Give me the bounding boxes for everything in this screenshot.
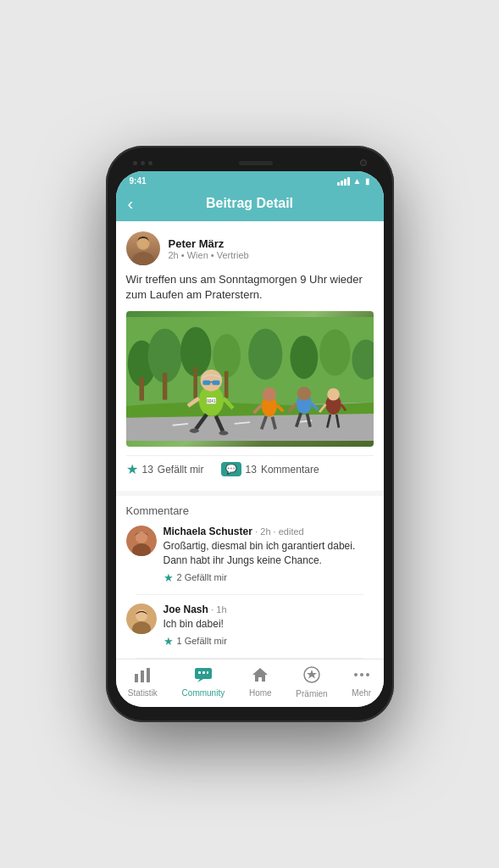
svg-point-39: [297, 387, 310, 401]
post-image: 9241: [126, 311, 374, 447]
nav-label-community: Community: [182, 688, 225, 698]
svg-point-1: [132, 252, 154, 265]
svg-marker-67: [252, 668, 268, 682]
phone-shell: 9:41 ▲ ▮ ‹ Beitrag Detail: [106, 146, 394, 722]
svg-point-31: [219, 431, 228, 436]
comment-star-icon-1: ★: [164, 571, 174, 584]
status-bar: 9:41 ▲ ▮: [116, 171, 384, 189]
divider-1: [136, 594, 363, 595]
svg-point-9: [290, 336, 318, 379]
svg-rect-22: [212, 381, 219, 385]
svg-rect-21: [202, 381, 210, 385]
nav-label-home: Home: [249, 688, 272, 698]
comment-item-1: Michaela Schuster · 2h · edited Großarti…: [126, 526, 374, 584]
svg-rect-66: [207, 671, 208, 674]
comment-item-2: Joe Nash · 1h Ich bin dabei! ★ 1 Gefällt…: [126, 604, 374, 648]
home-icon: [252, 667, 269, 687]
signal-icon: [337, 177, 350, 186]
svg-point-71: [360, 673, 363, 676]
svg-text:9241: 9241: [207, 400, 216, 404]
header-title: Beitrag Detail: [206, 196, 293, 211]
avatar-joe-svg: [126, 604, 157, 634]
svg-rect-60: [141, 670, 144, 682]
status-time: 9:41: [130, 176, 147, 186]
svg-rect-14: [193, 368, 197, 399]
comments-reaction[interactable]: 💬 13 Kommentare: [221, 462, 319, 476]
author-name: Peter März: [169, 237, 249, 250]
svg-marker-63: [197, 679, 203, 682]
dot-3: [148, 161, 152, 165]
author-meta: 2h • Wien • Vertrieb: [169, 250, 249, 260]
avatar-michaela: [126, 526, 157, 556]
comments-section-label: Kommentare: [126, 504, 374, 517]
comment-text-2: Ich bin dabei!: [164, 617, 227, 632]
svg-rect-12: [139, 378, 143, 401]
status-icons: ▲ ▮: [337, 176, 370, 186]
app-header: ‹ Beitrag Detail: [116, 189, 384, 221]
svg-rect-13: [162, 373, 166, 400]
comment-likes-2[interactable]: ★ 1 Gefällt mir: [164, 635, 227, 648]
nav-label-mehr: Mehr: [352, 688, 371, 698]
comments-count: 13: [246, 464, 257, 476]
nav-item-community[interactable]: Community: [175, 665, 232, 699]
front-camera: [360, 159, 367, 166]
nav-label-praemien: Prämien: [296, 689, 327, 698]
avatar-michaela-svg: [126, 526, 157, 556]
avatar-joe: [126, 604, 157, 634]
content-area: Peter März 2h • Wien • Vertrieb Wir tref…: [116, 221, 384, 659]
post-author-row: Peter März 2h • Wien • Vertrieb: [126, 231, 374, 265]
back-button[interactable]: ‹: [128, 194, 134, 214]
comments-label: Kommentare: [261, 464, 319, 476]
svg-rect-65: [202, 671, 205, 674]
likes-reaction[interactable]: ★ 13 Gefällt mir: [126, 461, 204, 477]
dots-icon: [353, 667, 370, 687]
svg-point-33: [262, 387, 275, 401]
svg-marker-69: [307, 670, 317, 679]
star-icon: ★: [126, 461, 138, 477]
dot-2: [141, 161, 145, 165]
svg-point-8: [248, 329, 282, 380]
svg-point-45: [327, 388, 340, 401]
comment-star-icon-2: ★: [164, 635, 174, 648]
phone-top-bar: [116, 156, 384, 171]
reactions-row: ★ 13 Gefällt mir 💬 13 Kommentare: [126, 455, 374, 481]
svg-rect-61: [147, 668, 150, 682]
phone-speaker: [239, 161, 273, 165]
comment-text-1: Großartig, diesmal bin ich garantiert da…: [164, 539, 374, 568]
battery-icon: ▮: [365, 176, 370, 186]
nav-item-statistik[interactable]: Statistik: [121, 665, 164, 699]
nav-label-statistik: Statistik: [128, 688, 158, 698]
avatar-peter: [126, 231, 160, 265]
nav-item-praemien[interactable]: Prämien: [289, 665, 334, 700]
comment-author-2: Joe Nash · 1h: [164, 604, 227, 615]
avatar-peter-svg: [126, 231, 160, 265]
comment-body-2: Joe Nash · 1h Ich bin dabei! ★ 1 Gefällt…: [164, 604, 227, 648]
post-card: Peter März 2h • Wien • Vertrieb Wir tref…: [116, 221, 384, 491]
svg-point-7: [213, 334, 241, 377]
likes-count: 13: [142, 464, 153, 476]
nav-item-mehr[interactable]: Mehr: [345, 665, 378, 699]
phone-screen: 9:41 ▲ ▮ ‹ Beitrag Detail: [116, 171, 384, 707]
comment-bubble-icon: 💬: [221, 462, 241, 476]
dot-1: [133, 161, 137, 165]
bar-chart-icon: [134, 667, 151, 687]
author-info: Peter März 2h • Wien • Vertrieb: [169, 237, 249, 260]
svg-point-72: [366, 673, 369, 676]
svg-rect-15: [224, 371, 228, 398]
svg-point-70: [354, 673, 358, 676]
camera-cluster: [133, 161, 152, 165]
svg-point-10: [319, 330, 351, 376]
svg-point-20: [200, 370, 222, 392]
running-scene-svg: 9241: [126, 311, 374, 447]
bottom-nav: Statistik Community: [116, 659, 384, 707]
comments-section: Kommentare Michaela Schuster: [116, 496, 384, 659]
comment-body-1: Michaela Schuster · 2h · edited Großarti…: [164, 526, 374, 584]
chat-bubble-icon: [194, 667, 213, 687]
star-circle-icon: [303, 666, 320, 687]
nav-item-home[interactable]: Home: [242, 665, 279, 699]
svg-point-30: [189, 429, 198, 433]
post-text: Wir treffen uns am Sonntagmorgen 9 Uhr w…: [126, 272, 374, 303]
likes-label: Gefällt mir: [158, 464, 204, 476]
comment-likes-1[interactable]: ★ 2 Gefällt mir: [164, 571, 374, 584]
wifi-icon: ▲: [353, 176, 362, 186]
